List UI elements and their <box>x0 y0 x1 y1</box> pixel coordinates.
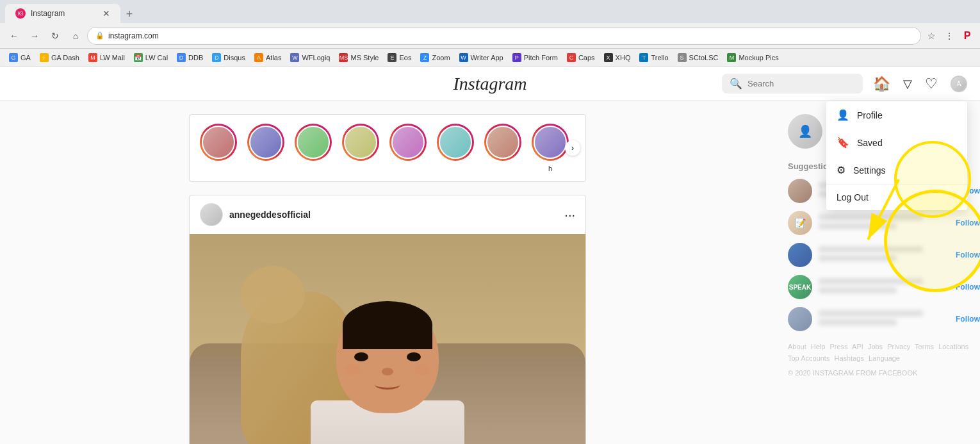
dropdown-item-saved[interactable]: 🔖 Saved <box>826 129 967 156</box>
footer-link-press[interactable]: Press <box>830 343 848 350</box>
footer-link-help[interactable]: Help <box>811 343 826 350</box>
xhq-icon: X <box>604 53 613 62</box>
story-item[interactable] <box>389 124 427 172</box>
bookmark-ddb[interactable]: D DDB <box>173 52 207 63</box>
profile-dropdown-menu: 👤 Profile 🔖 Saved ⚙ Settings Log Out <box>826 101 967 210</box>
footer-link-locations[interactable]: Locations <box>938 343 968 350</box>
suggestion-desc-blurred <box>819 223 897 229</box>
atlas-icon: A <box>254 53 263 62</box>
footer-link-hashtags[interactable]: Hashtags <box>835 354 864 362</box>
bookmark-disqus[interactable]: D Disqus <box>208 52 249 63</box>
footer-link-about[interactable]: About <box>788 343 806 350</box>
new-tab-button[interactable]: + <box>120 5 138 23</box>
url-text: instagram.com <box>108 31 159 40</box>
story-item[interactable] <box>484 124 521 172</box>
suggestion-username-blurred <box>819 214 923 220</box>
footer-link-privacy[interactable]: Privacy <box>887 343 910 350</box>
follow-button-2[interactable]: Follow <box>956 218 980 227</box>
bookmark-mockup-pics[interactable]: M Mockup Pics <box>723 52 782 63</box>
footer-link-jobs[interactable]: Jobs <box>868 343 883 350</box>
profile-dropdown-icon: 👤 <box>837 109 849 121</box>
post-author-avatar[interactable] <box>200 203 223 226</box>
pinterest-icon[interactable]: P <box>960 28 975 44</box>
forward-button[interactable]: → <box>26 27 44 45</box>
toolbar-actions: ☆ ⋮ P <box>924 28 975 44</box>
post-more-button[interactable]: ··· <box>564 208 575 222</box>
stories-container: h › <box>189 114 586 182</box>
suggestion-item: 📝 Follow <box>788 211 980 235</box>
follow-button-3[interactable]: Follow <box>956 251 980 259</box>
footer-link-top-accounts[interactable]: Top Accounts <box>788 354 829 362</box>
suggestion-avatar <box>788 307 812 331</box>
bookmark-caps[interactable]: C Caps <box>563 52 599 63</box>
ga-icon: G <box>9 53 18 62</box>
bookmark-writer-app[interactable]: W Writer App <box>455 52 507 63</box>
lw-mail-icon: M <box>88 53 97 62</box>
dropdown-item-logout[interactable]: Log Out <box>826 185 967 210</box>
lock-icon: 🔒 <box>95 31 104 40</box>
back-button[interactable]: ← <box>5 27 23 45</box>
ga-dash-icon: ⚡ <box>40 53 49 62</box>
bookmark-ga-dash[interactable]: ⚡ GA Dash <box>36 52 83 63</box>
bookmarks-bar: G GA ⚡ GA Dash M LW Mail 📅 LW Cal D DDB … <box>0 49 980 67</box>
browser-frame: IG Instagram ✕ + ← → ↻ ⌂ 🔒 instagram.com… <box>0 0 980 444</box>
suggestion-desc-blurred <box>819 287 897 293</box>
footer-link-terms[interactable]: Terms <box>915 343 934 350</box>
post-username[interactable]: annegeddesofficial <box>229 210 311 220</box>
dropdown-item-settings[interactable]: ⚙ Settings <box>826 156 967 184</box>
story-item[interactable] <box>295 124 332 172</box>
browser-titlebar: IG Instagram ✕ + <box>0 0 980 23</box>
mockup-pics-icon: M <box>727 53 736 62</box>
bookmark-sctolsc[interactable]: S SCtoLSC <box>674 52 723 63</box>
activity-icon[interactable]: ♡ <box>925 76 938 92</box>
bookmark-star-icon[interactable]: ☆ <box>924 28 939 44</box>
profile-avatar[interactable]: A <box>951 76 967 92</box>
ddb-icon: D <box>177 53 186 62</box>
bookmark-trello[interactable]: T Trello <box>635 52 672 63</box>
suggestion-avatar: 📝 <box>788 211 812 235</box>
extension-icon[interactable]: ⋮ <box>942 28 957 44</box>
disqus-icon: D <box>212 53 221 62</box>
bookmark-eos[interactable]: E Eos <box>384 52 415 63</box>
stories-next-button[interactable]: › <box>565 140 580 156</box>
address-bar[interactable]: 🔒 instagram.com <box>87 27 921 45</box>
suggestion-desc-blurred <box>819 319 897 325</box>
tab-close-button[interactable]: ✕ <box>102 8 110 19</box>
bookmark-ga[interactable]: G GA <box>5 52 35 63</box>
page-content: Instagram 🔍 🏠 ▽ ♡ A <box>0 67 980 444</box>
bookmark-xhq[interactable]: X XHQ <box>600 52 635 63</box>
lw-cal-icon: 📅 <box>134 53 143 62</box>
wflogiq-icon: W <box>290 53 299 62</box>
bookmark-atlas[interactable]: A Atlas <box>250 52 285 63</box>
home-button[interactable]: ⌂ <box>67 27 85 45</box>
bookmark-zoom[interactable]: Z Zoom <box>416 52 453 63</box>
search-input[interactable] <box>747 79 855 88</box>
home-icon[interactable]: 🏠 <box>873 76 890 92</box>
follow-button-5[interactable]: Follow <box>956 315 980 324</box>
reload-button[interactable]: ↻ <box>46 27 64 45</box>
bookmark-pitch-form[interactable]: P Profile Pitch Form <box>509 52 562 63</box>
footer-link-language[interactable]: Language <box>869 354 900 362</box>
settings-dropdown-icon: ⚙ <box>837 164 845 176</box>
story-item[interactable] <box>247 124 284 172</box>
story-item[interactable] <box>200 124 237 172</box>
bookmark-ms-style[interactable]: MS MS Style <box>335 52 382 63</box>
search-icon: 🔍 <box>730 78 742 90</box>
saved-dropdown-icon: 🔖 <box>837 136 849 149</box>
bookmark-lw-mail[interactable]: M LW Mail <box>85 52 129 63</box>
bookmark-wflogiq[interactable]: W WFLogiq <box>286 52 334 63</box>
footer-link-api[interactable]: API <box>852 343 863 350</box>
baby-scene <box>190 234 585 444</box>
explore-icon[interactable]: ▽ <box>903 77 912 91</box>
sidebar-avatar[interactable]: 👤 <box>788 114 822 149</box>
story-item[interactable] <box>437 124 474 172</box>
follow-button-4[interactable]: Follow <box>956 283 980 292</box>
dropdown-item-profile[interactable]: 👤 Profile <box>826 101 967 129</box>
post-image <box>190 234 585 444</box>
bookmark-lw-cal[interactable]: 📅 LW Cal <box>130 52 172 63</box>
active-tab[interactable]: IG Instagram ✕ <box>5 4 120 23</box>
story-item[interactable]: h <box>532 124 569 172</box>
story-item[interactable] <box>342 124 379 172</box>
browser-tabs: IG Instagram ✕ + <box>5 0 138 23</box>
search-bar[interactable]: 🔍 <box>722 74 863 94</box>
